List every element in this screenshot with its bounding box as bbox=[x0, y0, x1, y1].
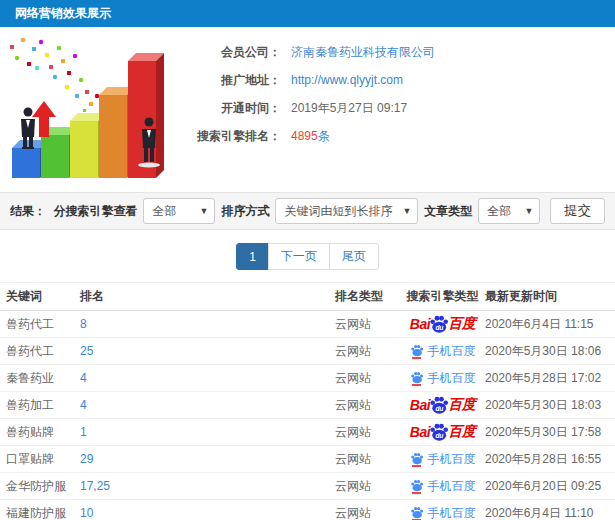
header-keyword: 关键词 bbox=[0, 288, 80, 305]
caret-down-icon: ▼ bbox=[402, 206, 411, 216]
filter-bar: 结果： 分搜索引擎查看 全部 ▼ 排序方式 关键词由短到长排序 ▼ 文章类型 全… bbox=[0, 192, 615, 230]
rank-link[interactable]: 4 bbox=[80, 371, 87, 385]
mobile-baidu-icon: 手机百度 bbox=[410, 478, 476, 495]
rank-link[interactable]: 4 bbox=[80, 398, 87, 412]
update-time-cell: 2020年6月4日 11:15 bbox=[485, 316, 615, 333]
info-section: 会员公司： 济南秦鲁药业科技有限公司 推广地址： http://www.qlyy… bbox=[0, 27, 615, 192]
engine-type-cell: 手机百度 bbox=[400, 343, 485, 360]
keyword-cell: 兽药加工 bbox=[0, 397, 80, 414]
svg-text:du: du bbox=[436, 324, 444, 331]
rank-count-value: 4895条 bbox=[291, 128, 330, 145]
rank-cell: 29 bbox=[80, 452, 335, 466]
engine-type-cell: Baidu百度 bbox=[400, 422, 485, 442]
mobile-baidu-label: 手机百度 bbox=[428, 343, 476, 360]
table-row: 福建防护服10云网站手机百度2020年6月4日 11:10 bbox=[0, 500, 615, 520]
engine-type-cell: 手机百度 bbox=[400, 505, 485, 520]
baidu-paw-icon: du bbox=[429, 395, 449, 415]
engine-filter-label: 分搜索引擎查看 bbox=[53, 203, 137, 220]
keyword-cell: 口罩贴牌 bbox=[0, 451, 80, 468]
baidu-paw-icon bbox=[410, 452, 424, 465]
rank-type-cell: 云网站 bbox=[335, 316, 400, 333]
baidu-paw-icon: du bbox=[429, 422, 449, 442]
results-table: 关键词 排名 排名类型 搜索引擎类型 最新更新时间 兽药代工8云网站Baidu百… bbox=[0, 282, 615, 520]
engine-type-cell: Baidu百度 bbox=[400, 314, 485, 334]
table-row: 兽药代工25云网站手机百度2020年5月30日 18:06 bbox=[0, 338, 615, 365]
article-type-select[interactable]: 全部 ▼ bbox=[478, 198, 540, 224]
update-time-cell: 2020年5月30日 17:58 bbox=[485, 424, 615, 441]
rank-link[interactable]: 17,25 bbox=[80, 479, 110, 493]
table-row: 秦鲁药业4云网站手机百度2020年5月28日 17:02 bbox=[0, 365, 615, 392]
header-engine-type: 搜索引擎类型 bbox=[400, 288, 485, 305]
svg-text:du: du bbox=[436, 405, 444, 412]
mobile-baidu-icon: 手机百度 bbox=[410, 343, 476, 360]
rank-type-cell: 云网站 bbox=[335, 451, 400, 468]
rank-type-cell: 云网站 bbox=[335, 370, 400, 387]
rank-cell: 8 bbox=[80, 317, 335, 331]
mobile-baidu-label: 手机百度 bbox=[428, 451, 476, 468]
rank-cell: 4 bbox=[80, 398, 335, 412]
rank-cell: 10 bbox=[80, 506, 335, 520]
engine-type-cell: 手机百度 bbox=[400, 478, 485, 495]
header-update-time: 最新更新时间 bbox=[485, 288, 615, 305]
mobile-baidu-label: 手机百度 bbox=[428, 370, 476, 387]
update-time-cell: 2020年6月20日 09:25 bbox=[485, 478, 615, 495]
keyword-cell: 兽药贴牌 bbox=[0, 424, 80, 441]
mobile-baidu-label: 手机百度 bbox=[428, 505, 476, 520]
page-1-button[interactable]: 1 bbox=[236, 243, 269, 270]
rank-type-cell: 云网站 bbox=[335, 397, 400, 414]
promo-url-label: 推广地址： bbox=[177, 72, 281, 89]
baidu-logo-icon: Baidu百度 bbox=[410, 422, 475, 442]
rank-link[interactable]: 25 bbox=[80, 344, 93, 358]
rank-cell: 4 bbox=[80, 371, 335, 385]
caret-down-icon: ▼ bbox=[524, 206, 533, 216]
update-time-cell: 2020年5月30日 18:03 bbox=[485, 397, 615, 414]
rank-cell: 17,25 bbox=[80, 479, 335, 493]
promo-url-link[interactable]: http://www.qlyyjt.com bbox=[291, 73, 403, 87]
keyword-cell: 福建防护服 bbox=[0, 505, 80, 520]
table-row: 口罩贴牌29云网站手机百度2020年5月28日 16:55 bbox=[0, 446, 615, 473]
table-row: 兽药贴牌1云网站Baidu百度2020年5月30日 17:58 bbox=[0, 419, 615, 446]
engine-type-cell: 手机百度 bbox=[400, 370, 485, 387]
engine-select[interactable]: 全部 ▼ bbox=[143, 198, 215, 224]
sort-select[interactable]: 关键词由短到长排序 ▼ bbox=[275, 198, 418, 224]
engine-type-cell: Baidu百度 bbox=[400, 395, 485, 415]
svg-text:du: du bbox=[436, 432, 444, 439]
result-label: 结果： bbox=[10, 203, 46, 220]
page-title: 网络营销效果展示 bbox=[15, 5, 111, 22]
rank-link[interactable]: 8 bbox=[80, 317, 87, 331]
next-page-button[interactable]: 下一页 bbox=[268, 243, 330, 270]
update-time-cell: 2020年5月28日 16:55 bbox=[485, 451, 615, 468]
rank-cell: 1 bbox=[80, 425, 335, 439]
baidu-paw-icon bbox=[410, 479, 424, 492]
info-row-rank-count: 搜索引擎排名： 4895条 bbox=[177, 127, 435, 145]
table-row: 金华防护服17,25云网站手机百度2020年6月20日 09:25 bbox=[0, 473, 615, 500]
table-body: 兽药代工8云网站Baidu百度2020年6月4日 11:15兽药代工25云网站手… bbox=[0, 311, 615, 520]
info-row-opened: 开通时间： 2019年5月27日 09:17 bbox=[177, 99, 435, 117]
mobile-baidu-icon: 手机百度 bbox=[410, 370, 476, 387]
rank-link[interactable]: 1 bbox=[80, 425, 87, 439]
rank-count-label: 搜索引擎排名： bbox=[177, 128, 281, 145]
keyword-cell: 秦鲁药业 bbox=[0, 370, 80, 387]
company-label: 会员公司： bbox=[177, 44, 281, 61]
baidu-paw-icon bbox=[410, 506, 424, 519]
mobile-baidu-icon: 手机百度 bbox=[410, 505, 476, 520]
baidu-paw-icon bbox=[410, 371, 424, 384]
rank-link[interactable]: 29 bbox=[80, 452, 93, 466]
last-page-button[interactable]: 尾页 bbox=[329, 243, 379, 270]
bar-chart-illustration bbox=[2, 33, 177, 185]
info-row-url: 推广地址： http://www.qlyyjt.com bbox=[177, 71, 435, 89]
baidu-paw-icon bbox=[410, 344, 424, 357]
rank-type-cell: 云网站 bbox=[335, 505, 400, 520]
table-row: 兽药加工4云网站Baidu百度2020年5月30日 18:03 bbox=[0, 392, 615, 419]
company-name-link[interactable]: 济南秦鲁药业科技有限公司 bbox=[291, 44, 435, 61]
update-time-cell: 2020年6月4日 11:10 bbox=[485, 505, 615, 520]
submit-button[interactable]: 提交 bbox=[550, 198, 605, 224]
rank-link[interactable]: 10 bbox=[80, 506, 93, 520]
keyword-cell: 金华防护服 bbox=[0, 478, 80, 495]
mobile-baidu-label: 手机百度 bbox=[428, 478, 476, 495]
open-time-value: 2019年5月27日 09:17 bbox=[291, 100, 407, 117]
open-time-label: 开通时间： bbox=[177, 100, 281, 117]
update-time-cell: 2020年5月30日 18:06 bbox=[485, 343, 615, 360]
rank-count-unit-link[interactable]: 条 bbox=[318, 129, 330, 143]
baidu-logo-icon: Baidu百度 bbox=[410, 395, 475, 415]
